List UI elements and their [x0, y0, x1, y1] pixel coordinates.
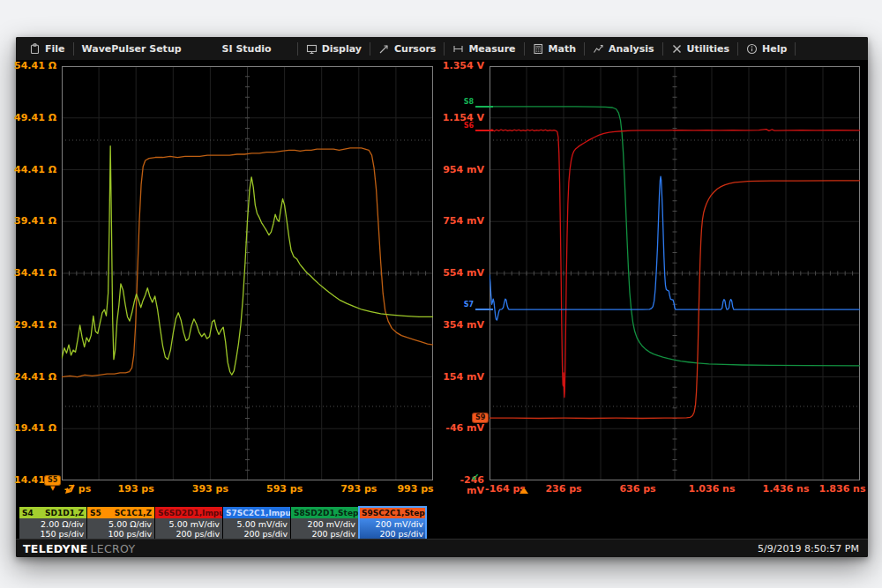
y-axis-label: 29.41 Ω — [12, 320, 56, 331]
x-axis-label: 636 ps — [619, 483, 655, 495]
menu-label: File — [45, 43, 65, 55]
menu-label: Measure — [468, 43, 515, 55]
menu-bar: File WavePulser Setup SI Studio Display … — [16, 37, 868, 61]
menu-utilities[interactable]: Utilities — [663, 37, 738, 60]
menu-label: Math — [549, 43, 576, 55]
channel-id: S9 — [362, 509, 373, 517]
channel-id: S7 — [226, 509, 237, 517]
y-axis-label: 354 mV — [440, 320, 484, 331]
channel-tdiv: 200 ps/div — [294, 529, 355, 539]
channel-descriptor-s4[interactable]: S4SD1D1,Z 2.00 Ω/div150 ps/div — [19, 507, 86, 540]
channel-tdiv: 150 ps/div — [22, 529, 84, 539]
menu-analysis[interactable]: Analysis — [585, 37, 662, 60]
y-axis-label: 54.41 Ω — [12, 61, 56, 71]
voltage-grid-canvas — [490, 66, 860, 480]
menu-separator — [795, 42, 796, 56]
y-axis-label: 154 mV — [440, 372, 484, 383]
channel-tdiv: 200 ps/div — [362, 529, 423, 539]
x-axis-label: 1.036 ns — [688, 483, 735, 495]
channel-name: SC2C1,Step — [373, 509, 425, 517]
channel-id: S4 — [22, 509, 34, 517]
channel-name: SD2D1,Step — [305, 509, 358, 517]
y-axis-label: 24.41 Ω — [12, 372, 56, 383]
menu-label: Analysis — [609, 43, 654, 55]
math-icon — [533, 43, 544, 55]
x-axis-label: 993 ps — [397, 483, 433, 495]
menu-label: Help — [762, 43, 787, 55]
channel-vdiv: 5.00 mV/div — [226, 519, 288, 529]
app-window: File WavePulser Setup SI Studio Display … — [16, 37, 868, 557]
analysis-icon — [593, 43, 604, 55]
teledyne-lecroy-logo: TELEDYNELECROY — [16, 542, 135, 555]
channel-name: SD2D1,Impu... — [169, 509, 222, 517]
channel-tdiv: 100 ps/div — [90, 529, 152, 539]
y-axis-label: 44.41 Ω — [12, 165, 56, 175]
x-axis-label: 793 ps — [340, 483, 377, 495]
voltage-plot[interactable] — [490, 66, 860, 480]
channel-marker-S8[interactable]: S8 — [460, 98, 474, 106]
measure-icon — [452, 43, 464, 55]
y-axis-label: 49.41 Ω — [12, 113, 56, 123]
trigger-indicator[interactable] — [519, 481, 531, 492]
y-axis-label: -46 mV — [440, 423, 484, 434]
channel-descriptor-s5[interactable]: S5SC1C1,Z 5.00 Ω/div100 ps/div — [87, 507, 154, 540]
cursors-icon — [378, 43, 390, 55]
channel-vdiv: 2.00 Ω/div — [22, 519, 84, 529]
clock: 5/9/2019 8:50:57 PM — [758, 543, 868, 555]
file-icon — [29, 43, 41, 55]
menu-cursors[interactable]: Cursors — [370, 37, 444, 60]
x-axis-label: 193 ps — [118, 483, 154, 495]
y-axis-label: 39.41 Ω — [12, 216, 56, 227]
y-axis-label: 554 mV — [440, 268, 484, 279]
channel-id: S5 — [90, 509, 101, 517]
menu-display[interactable]: Display — [298, 37, 370, 60]
channel-vdiv: 5.00 mV/div — [158, 519, 220, 529]
impedance-plot[interactable] — [62, 66, 433, 480]
help-icon — [746, 43, 758, 55]
channel-id: S6 — [158, 509, 169, 517]
desktop-background: { "menu": { "items": [ {"label":"File","… — [0, 0, 882, 588]
menu-file[interactable]: File — [21, 37, 73, 60]
channel-marker-dash-S7 — [475, 309, 493, 310]
menu-math[interactable]: Math — [525, 37, 584, 60]
menu-measure[interactable]: Measure — [445, 37, 523, 60]
offscreen-trace-arrow: ↙ — [471, 473, 479, 482]
y-axis-label: 1.354 V — [440, 61, 484, 71]
status-bar: TELEDYNELECROY 5/9/2019 8:50:57 PM — [16, 539, 868, 557]
x-axis-label: 1.436 ns — [762, 483, 809, 495]
channel-id: S8 — [294, 509, 305, 517]
channel-name: SD1D1,Z — [45, 509, 84, 517]
y-axis-label: 754 mV — [440, 216, 484, 227]
display-icon — [306, 43, 318, 55]
y-axis-label: 954 mV — [440, 165, 484, 175]
menu-label: Display — [322, 43, 362, 55]
brand-lecroy: LECROY — [91, 542, 136, 555]
channel-descriptor-s9[interactable]: S9SC2C1,Step 200 mV/div200 ps/div — [359, 507, 426, 540]
channel-marker-dash-S8 — [475, 106, 493, 108]
channel-marker-S7[interactable]: S7 — [460, 301, 474, 309]
x-axis-label: 236 ps — [545, 483, 581, 495]
channel-name: SC1C1,Z — [115, 509, 152, 517]
channel-marker-S6[interactable]: S6 — [460, 122, 474, 130]
channel-vdiv: 200 mV/div — [362, 519, 423, 529]
waveform-display-area: 54.41 Ω49.41 Ω44.41 Ω39.41 Ω34.41 Ω29.41… — [16, 60, 868, 540]
y-axis-label: 34.41 Ω — [12, 268, 56, 279]
marker-arrow-S5: ▼ — [50, 486, 55, 492]
menu-label: WavePulser Setup — [82, 43, 182, 55]
menu-wavepulser-setup[interactable]: WavePulser Setup — [74, 37, 190, 60]
channel-marker-dash-S6 — [475, 130, 493, 131]
menu-help[interactable]: Help — [738, 37, 795, 60]
trigger-indicator[interactable] — [64, 481, 76, 492]
impedance-grid-canvas — [62, 66, 433, 480]
y-axis-label: 19.41 Ω — [12, 423, 56, 434]
channel-name: SC2C1,Impu... — [237, 509, 290, 517]
channel-vdiv: 5.00 Ω/div — [90, 519, 152, 529]
channel-tdiv: 200 ps/div — [158, 529, 220, 539]
channel-marker-S9[interactable]: S9 — [472, 413, 489, 423]
channel-descriptor-s7[interactable]: S7SC2C1,Impu... 5.00 mV/div200 ps/div — [223, 507, 290, 540]
channel-descriptor-s6[interactable]: S6SD2D1,Impu... 5.00 mV/div200 ps/div — [155, 507, 222, 540]
channel-descriptor-row: S4SD1D1,Z 2.00 Ω/div150 ps/div S5SC1C1,Z… — [19, 507, 426, 540]
channel-descriptor-s8[interactable]: S8SD2D1,Step 200 mV/div200 ps/div — [291, 507, 358, 540]
menu-label: Cursors — [394, 43, 436, 55]
menu-si-studio[interactable]: SI Studio — [214, 37, 280, 60]
